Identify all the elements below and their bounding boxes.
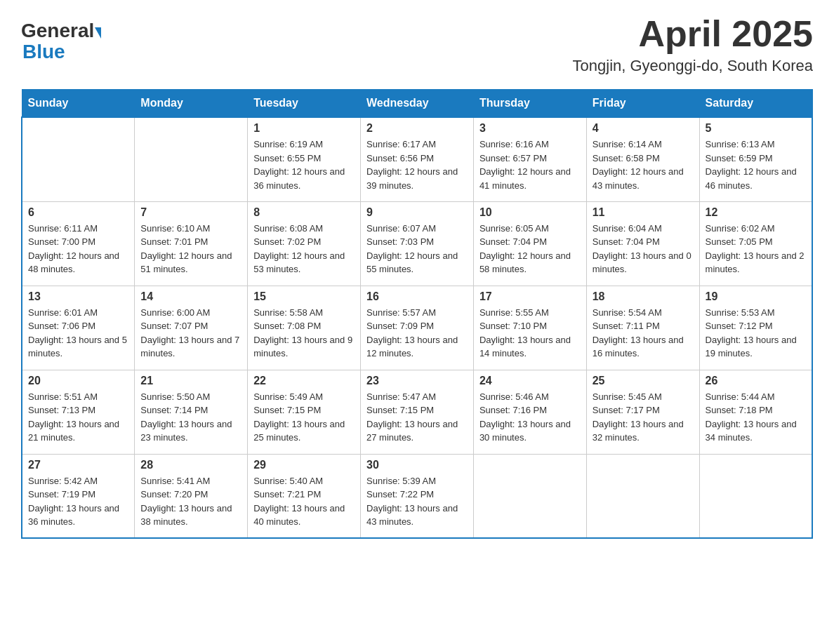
day-number: 25	[593, 375, 694, 387]
day-info: Sunrise: 6:01 AMSunset: 7:06 PMDaylight:…	[28, 306, 128, 361]
calendar-title: April 2025	[573, 14, 813, 54]
calendar-cell: 24Sunrise: 5:46 AMSunset: 7:16 PMDayligh…	[473, 370, 586, 454]
calendar-cell: 29Sunrise: 5:40 AMSunset: 7:21 PMDayligh…	[248, 454, 361, 538]
calendar-cell: 4Sunrise: 6:14 AMSunset: 6:58 PMDaylight…	[586, 117, 699, 201]
calendar-subtitle: Tongjin, Gyeonggi-do, South Korea	[573, 57, 813, 75]
calendar-cell: 22Sunrise: 5:49 AMSunset: 7:15 PMDayligh…	[248, 370, 361, 454]
logo-general-text: General	[21, 21, 94, 41]
day-info: Sunrise: 5:51 AMSunset: 7:13 PMDaylight:…	[28, 390, 128, 445]
day-number: 10	[479, 206, 581, 219]
calendar-cell: 2Sunrise: 6:17 AMSunset: 6:56 PMDaylight…	[361, 117, 474, 201]
day-info: Sunrise: 6:19 AMSunset: 6:55 PMDaylight:…	[253, 137, 355, 192]
column-header-tuesday: Tuesday	[248, 90, 361, 118]
calendar-cell: 17Sunrise: 5:55 AMSunset: 7:10 PMDayligh…	[473, 286, 586, 370]
day-info: Sunrise: 5:40 AMSunset: 7:21 PMDaylight:…	[253, 474, 355, 529]
day-number: 6	[28, 206, 128, 219]
day-number: 8	[253, 206, 355, 219]
calendar-cell: 18Sunrise: 5:54 AMSunset: 7:11 PMDayligh…	[586, 286, 699, 370]
day-number: 4	[593, 122, 694, 135]
day-info: Sunrise: 5:47 AMSunset: 7:15 PMDaylight:…	[366, 390, 468, 445]
day-info: Sunrise: 5:45 AMSunset: 7:17 PMDaylight:…	[593, 390, 694, 445]
calendar-week-row: 27Sunrise: 5:42 AMSunset: 7:19 PMDayligh…	[22, 454, 812, 538]
day-number: 11	[593, 206, 694, 219]
calendar-cell: 13Sunrise: 6:01 AMSunset: 7:06 PMDayligh…	[22, 286, 135, 370]
page-header: General Blue April 2025 Tongjin, Gyeongg…	[21, 14, 813, 75]
column-header-friday: Friday	[586, 90, 699, 118]
day-info: Sunrise: 5:39 AMSunset: 7:22 PMDaylight:…	[366, 474, 468, 529]
day-info: Sunrise: 5:44 AMSunset: 7:18 PMDaylight:…	[706, 390, 806, 445]
calendar-cell	[586, 454, 699, 538]
calendar-cell: 28Sunrise: 5:41 AMSunset: 7:20 PMDayligh…	[135, 454, 248, 538]
calendar-cell	[135, 117, 248, 201]
day-info: Sunrise: 6:00 AMSunset: 7:07 PMDaylight:…	[140, 306, 241, 361]
calendar-cell: 26Sunrise: 5:44 AMSunset: 7:18 PMDayligh…	[699, 370, 812, 454]
title-section: April 2025 Tongjin, Gyeonggi-do, South K…	[573, 14, 813, 75]
calendar-cell	[699, 454, 812, 538]
day-info: Sunrise: 6:07 AMSunset: 7:03 PMDaylight:…	[366, 222, 468, 276]
day-number: 1	[253, 122, 355, 135]
logo-triangle-icon	[95, 27, 101, 39]
day-info: Sunrise: 6:17 AMSunset: 6:56 PMDaylight:…	[366, 137, 468, 192]
column-header-monday: Monday	[135, 90, 248, 118]
day-number: 2	[366, 122, 468, 135]
calendar-cell: 12Sunrise: 6:02 AMSunset: 7:05 PMDayligh…	[699, 201, 812, 286]
day-info: Sunrise: 5:58 AMSunset: 7:08 PMDaylight:…	[253, 306, 355, 361]
calendar-cell: 11Sunrise: 6:04 AMSunset: 7:04 PMDayligh…	[586, 201, 699, 286]
day-info: Sunrise: 5:49 AMSunset: 7:15 PMDaylight:…	[253, 390, 355, 445]
day-info: Sunrise: 6:14 AMSunset: 6:58 PMDaylight:…	[593, 137, 694, 192]
calendar-cell: 14Sunrise: 6:00 AMSunset: 7:07 PMDayligh…	[135, 286, 248, 370]
day-info: Sunrise: 6:02 AMSunset: 7:05 PMDaylight:…	[706, 222, 806, 276]
day-number: 27	[28, 459, 128, 471]
day-number: 17	[479, 290, 581, 303]
calendar-cell: 8Sunrise: 6:08 AMSunset: 7:02 PMDaylight…	[248, 201, 361, 286]
calendar-cell: 16Sunrise: 5:57 AMSunset: 7:09 PMDayligh…	[361, 286, 474, 370]
day-number: 18	[593, 290, 694, 303]
calendar-header-row: SundayMondayTuesdayWednesdayThursdayFrid…	[22, 90, 812, 118]
column-header-thursday: Thursday	[473, 90, 586, 118]
day-info: Sunrise: 5:41 AMSunset: 7:20 PMDaylight:…	[140, 474, 241, 529]
calendar-cell: 27Sunrise: 5:42 AMSunset: 7:19 PMDayligh…	[22, 454, 135, 538]
calendar-week-row: 6Sunrise: 6:11 AMSunset: 7:00 PMDaylight…	[22, 201, 812, 286]
day-number: 26	[706, 375, 806, 387]
calendar-cell	[473, 454, 586, 538]
calendar-cell: 6Sunrise: 6:11 AMSunset: 7:00 PMDaylight…	[22, 201, 135, 286]
day-info: Sunrise: 6:05 AMSunset: 7:04 PMDaylight:…	[479, 222, 581, 276]
calendar-cell: 1Sunrise: 6:19 AMSunset: 6:55 PMDaylight…	[248, 117, 361, 201]
day-info: Sunrise: 6:04 AMSunset: 7:04 PMDaylight:…	[593, 222, 694, 276]
calendar-cell: 15Sunrise: 5:58 AMSunset: 7:08 PMDayligh…	[248, 286, 361, 370]
day-number: 16	[366, 290, 468, 303]
calendar-cell: 25Sunrise: 5:45 AMSunset: 7:17 PMDayligh…	[586, 370, 699, 454]
logo: General Blue	[21, 21, 101, 63]
day-number: 15	[253, 290, 355, 303]
day-number: 19	[706, 290, 806, 303]
calendar-cell: 19Sunrise: 5:53 AMSunset: 7:12 PMDayligh…	[699, 286, 812, 370]
calendar-cell: 30Sunrise: 5:39 AMSunset: 7:22 PMDayligh…	[361, 454, 474, 538]
day-number: 13	[28, 290, 128, 303]
day-info: Sunrise: 5:53 AMSunset: 7:12 PMDaylight:…	[706, 306, 806, 361]
calendar-cell: 23Sunrise: 5:47 AMSunset: 7:15 PMDayligh…	[361, 370, 474, 454]
day-info: Sunrise: 6:13 AMSunset: 6:59 PMDaylight:…	[706, 137, 806, 192]
day-number: 23	[366, 375, 468, 387]
logo-blue-text: Blue	[22, 41, 101, 63]
calendar-cell: 20Sunrise: 5:51 AMSunset: 7:13 PMDayligh…	[22, 370, 135, 454]
day-info: Sunrise: 5:46 AMSunset: 7:16 PMDaylight:…	[479, 390, 581, 445]
day-info: Sunrise: 5:55 AMSunset: 7:10 PMDaylight:…	[479, 306, 581, 361]
calendar-week-row: 13Sunrise: 6:01 AMSunset: 7:06 PMDayligh…	[22, 286, 812, 370]
day-number: 22	[253, 375, 355, 387]
column-header-sunday: Sunday	[22, 90, 135, 118]
calendar-cell: 3Sunrise: 6:16 AMSunset: 6:57 PMDaylight…	[473, 117, 586, 201]
day-number: 24	[479, 375, 581, 387]
calendar-cell: 10Sunrise: 6:05 AMSunset: 7:04 PMDayligh…	[473, 201, 586, 286]
day-info: Sunrise: 5:57 AMSunset: 7:09 PMDaylight:…	[366, 306, 468, 361]
calendar-cell: 21Sunrise: 5:50 AMSunset: 7:14 PMDayligh…	[135, 370, 248, 454]
day-number: 29	[253, 459, 355, 471]
day-number: 7	[140, 206, 241, 219]
day-info: Sunrise: 6:10 AMSunset: 7:01 PMDaylight:…	[140, 222, 241, 276]
day-number: 21	[140, 375, 241, 387]
day-info: Sunrise: 5:54 AMSunset: 7:11 PMDaylight:…	[593, 306, 694, 361]
calendar-week-row: 1Sunrise: 6:19 AMSunset: 6:55 PMDaylight…	[22, 117, 812, 201]
calendar-cell: 7Sunrise: 6:10 AMSunset: 7:01 PMDaylight…	[135, 201, 248, 286]
day-number: 28	[140, 459, 241, 471]
calendar-cell: 5Sunrise: 6:13 AMSunset: 6:59 PMDaylight…	[699, 117, 812, 201]
day-info: Sunrise: 6:08 AMSunset: 7:02 PMDaylight:…	[253, 222, 355, 276]
